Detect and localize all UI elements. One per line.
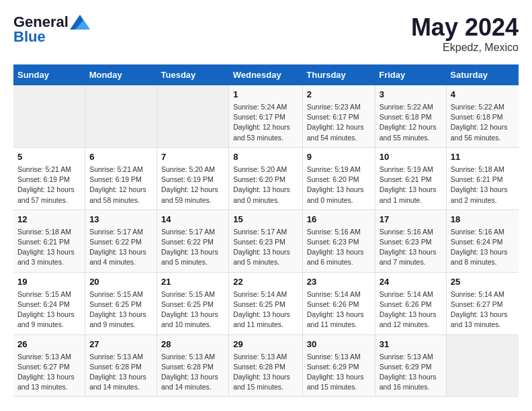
day-number: 7 bbox=[161, 152, 224, 162]
calendar-week-row: 26Sunrise: 5:13 AM Sunset: 6:27 PM Dayli… bbox=[13, 334, 519, 397]
day-number: 4 bbox=[451, 89, 515, 99]
weekday-header: Saturday bbox=[446, 64, 519, 85]
day-info: Sunrise: 5:21 AM Sunset: 6:19 PM Dayligh… bbox=[89, 165, 152, 205]
month-title: May 2024 bbox=[411, 13, 519, 42]
day-info: Sunrise: 5:15 AM Sunset: 6:25 PM Dayligh… bbox=[89, 289, 152, 330]
calendar-cell: 24Sunrise: 5:14 AM Sunset: 6:26 PM Dayli… bbox=[375, 272, 446, 334]
day-number: 14 bbox=[161, 214, 224, 224]
day-info: Sunrise: 5:13 AM Sunset: 6:27 PM Dayligh… bbox=[17, 352, 81, 393]
day-number: 11 bbox=[451, 152, 515, 162]
calendar-week-row: 1Sunrise: 5:24 AM Sunset: 6:17 PM Daylig… bbox=[13, 85, 519, 147]
day-info: Sunrise: 5:14 AM Sunset: 6:27 PM Dayligh… bbox=[451, 289, 515, 330]
weekday-header: Monday bbox=[85, 64, 157, 85]
day-number: 9 bbox=[307, 152, 371, 162]
calendar-cell: 16Sunrise: 5:16 AM Sunset: 6:23 PM Dayli… bbox=[302, 210, 375, 272]
day-number: 27 bbox=[89, 339, 152, 349]
logo-icon bbox=[70, 15, 90, 30]
calendar-cell: 1Sunrise: 5:24 AM Sunset: 6:17 PM Daylig… bbox=[229, 85, 303, 147]
day-number: 19 bbox=[17, 277, 81, 287]
day-info: Sunrise: 5:19 AM Sunset: 6:20 PM Dayligh… bbox=[307, 165, 371, 205]
calendar-cell: 10Sunrise: 5:19 AM Sunset: 6:21 PM Dayli… bbox=[375, 147, 446, 210]
calendar-table: SundayMondayTuesdayWednesdayThursdayFrid… bbox=[13, 64, 519, 397]
day-number: 25 bbox=[451, 277, 515, 287]
title-block: May 2024 Ekpedz, Mexico bbox=[411, 13, 519, 54]
calendar-cell: 13Sunrise: 5:17 AM Sunset: 6:22 PM Dayli… bbox=[85, 210, 157, 272]
calendar-cell: 15Sunrise: 5:17 AM Sunset: 6:23 PM Dayli… bbox=[229, 210, 303, 272]
calendar-cell: 22Sunrise: 5:14 AM Sunset: 6:25 PM Dayli… bbox=[229, 272, 303, 334]
day-info: Sunrise: 5:16 AM Sunset: 6:23 PM Dayligh… bbox=[307, 227, 371, 268]
day-number: 17 bbox=[380, 214, 442, 224]
day-number: 30 bbox=[307, 339, 371, 349]
day-number: 5 bbox=[17, 152, 81, 162]
calendar-cell: 27Sunrise: 5:13 AM Sunset: 6:28 PM Dayli… bbox=[85, 334, 157, 397]
calendar-cell: 17Sunrise: 5:16 AM Sunset: 6:23 PM Dayli… bbox=[375, 210, 446, 272]
day-number: 6 bbox=[89, 152, 152, 162]
logo-blue: Blue bbox=[13, 28, 46, 46]
day-number: 10 bbox=[380, 152, 442, 162]
day-number: 12 bbox=[17, 214, 81, 224]
day-info: Sunrise: 5:22 AM Sunset: 6:18 PM Dayligh… bbox=[380, 102, 442, 143]
day-info: Sunrise: 5:17 AM Sunset: 6:22 PM Dayligh… bbox=[161, 227, 224, 268]
day-number: 20 bbox=[89, 277, 152, 287]
day-number: 29 bbox=[233, 339, 298, 349]
day-info: Sunrise: 5:24 AM Sunset: 6:17 PM Dayligh… bbox=[233, 102, 298, 143]
day-number: 24 bbox=[380, 277, 442, 287]
calendar-cell: 29Sunrise: 5:13 AM Sunset: 6:28 PM Dayli… bbox=[229, 334, 303, 397]
weekday-header: Sunday bbox=[13, 64, 85, 85]
calendar-cell bbox=[13, 85, 85, 147]
calendar-week-row: 19Sunrise: 5:15 AM Sunset: 6:24 PM Dayli… bbox=[13, 272, 519, 334]
day-info: Sunrise: 5:13 AM Sunset: 6:28 PM Dayligh… bbox=[161, 352, 224, 393]
day-info: Sunrise: 5:17 AM Sunset: 6:22 PM Dayligh… bbox=[89, 227, 152, 268]
day-info: Sunrise: 5:14 AM Sunset: 6:26 PM Dayligh… bbox=[380, 289, 442, 330]
day-info: Sunrise: 5:15 AM Sunset: 6:24 PM Dayligh… bbox=[17, 289, 81, 330]
day-number: 16 bbox=[307, 214, 371, 224]
day-number: 1 bbox=[233, 89, 298, 99]
day-number: 22 bbox=[233, 277, 298, 287]
calendar-cell: 20Sunrise: 5:15 AM Sunset: 6:25 PM Dayli… bbox=[85, 272, 157, 334]
calendar-cell: 21Sunrise: 5:15 AM Sunset: 6:25 PM Dayli… bbox=[157, 272, 229, 334]
weekday-header: Tuesday bbox=[157, 64, 229, 85]
day-info: Sunrise: 5:13 AM Sunset: 6:28 PM Dayligh… bbox=[89, 352, 152, 393]
day-info: Sunrise: 5:21 AM Sunset: 6:19 PM Dayligh… bbox=[17, 165, 81, 205]
calendar-cell: 7Sunrise: 5:20 AM Sunset: 6:19 PM Daylig… bbox=[157, 147, 229, 210]
day-number: 26 bbox=[17, 339, 81, 349]
day-number: 23 bbox=[307, 277, 371, 287]
day-number: 13 bbox=[89, 214, 152, 224]
calendar-cell: 5Sunrise: 5:21 AM Sunset: 6:19 PM Daylig… bbox=[13, 147, 85, 210]
calendar-cell: 4Sunrise: 5:22 AM Sunset: 6:18 PM Daylig… bbox=[446, 85, 519, 147]
day-number: 28 bbox=[161, 339, 224, 349]
page-header: General Blue May 2024 Ekpedz, Mexico bbox=[13, 13, 519, 54]
location: Ekpedz, Mexico bbox=[411, 42, 519, 54]
calendar-cell: 19Sunrise: 5:15 AM Sunset: 6:24 PM Dayli… bbox=[13, 272, 85, 334]
day-info: Sunrise: 5:20 AM Sunset: 6:19 PM Dayligh… bbox=[161, 165, 224, 205]
day-number: 31 bbox=[380, 339, 442, 349]
calendar-cell bbox=[85, 85, 157, 147]
day-info: Sunrise: 5:23 AM Sunset: 6:17 PM Dayligh… bbox=[307, 102, 371, 143]
calendar-cell: 28Sunrise: 5:13 AM Sunset: 6:28 PM Dayli… bbox=[157, 334, 229, 397]
day-info: Sunrise: 5:14 AM Sunset: 6:26 PM Dayligh… bbox=[307, 289, 371, 330]
day-number: 2 bbox=[307, 89, 371, 99]
calendar-cell: 18Sunrise: 5:16 AM Sunset: 6:24 PM Dayli… bbox=[446, 210, 519, 272]
calendar-cell: 30Sunrise: 5:13 AM Sunset: 6:29 PM Dayli… bbox=[302, 334, 375, 397]
calendar-cell bbox=[446, 334, 519, 397]
calendar-cell: 9Sunrise: 5:19 AM Sunset: 6:20 PM Daylig… bbox=[302, 147, 375, 210]
day-info: Sunrise: 5:18 AM Sunset: 6:21 PM Dayligh… bbox=[451, 165, 515, 205]
day-info: Sunrise: 5:15 AM Sunset: 6:25 PM Dayligh… bbox=[161, 289, 224, 330]
day-info: Sunrise: 5:18 AM Sunset: 6:21 PM Dayligh… bbox=[17, 227, 81, 268]
day-info: Sunrise: 5:19 AM Sunset: 6:21 PM Dayligh… bbox=[380, 165, 442, 205]
day-info: Sunrise: 5:16 AM Sunset: 6:24 PM Dayligh… bbox=[451, 227, 515, 268]
calendar-cell: 2Sunrise: 5:23 AM Sunset: 6:17 PM Daylig… bbox=[302, 85, 375, 147]
calendar-cell: 23Sunrise: 5:14 AM Sunset: 6:26 PM Dayli… bbox=[302, 272, 375, 334]
day-info: Sunrise: 5:13 AM Sunset: 6:29 PM Dayligh… bbox=[307, 352, 371, 393]
day-info: Sunrise: 5:13 AM Sunset: 6:28 PM Dayligh… bbox=[233, 352, 298, 393]
day-number: 18 bbox=[451, 214, 515, 224]
day-info: Sunrise: 5:16 AM Sunset: 6:23 PM Dayligh… bbox=[380, 227, 442, 268]
logo: General Blue bbox=[13, 13, 90, 46]
calendar-week-row: 12Sunrise: 5:18 AM Sunset: 6:21 PM Dayli… bbox=[13, 210, 519, 272]
day-info: Sunrise: 5:17 AM Sunset: 6:23 PM Dayligh… bbox=[233, 227, 298, 268]
day-info: Sunrise: 5:13 AM Sunset: 6:29 PM Dayligh… bbox=[380, 352, 442, 393]
calendar-cell: 3Sunrise: 5:22 AM Sunset: 6:18 PM Daylig… bbox=[375, 85, 446, 147]
calendar-cell bbox=[157, 85, 229, 147]
day-info: Sunrise: 5:22 AM Sunset: 6:18 PM Dayligh… bbox=[451, 102, 515, 143]
day-info: Sunrise: 5:14 AM Sunset: 6:25 PM Dayligh… bbox=[233, 289, 298, 330]
